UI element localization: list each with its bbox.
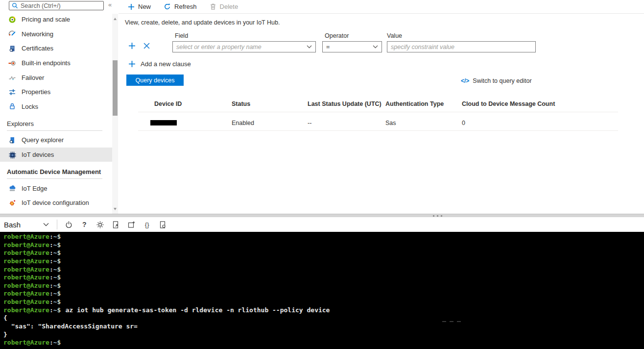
scroll-down-icon[interactable] bbox=[114, 208, 117, 210]
sidebar-item-built-in-endpoints[interactable]: Built-in endpoints bbox=[0, 56, 112, 71]
locks-icon bbox=[8, 102, 16, 110]
restart-shell-icon[interactable] bbox=[64, 220, 73, 229]
sidebar-item-label: IoT device configuration bbox=[22, 199, 89, 206]
failover-icon bbox=[8, 74, 16, 81]
sidebar-item-properties[interactable]: Properties bbox=[0, 85, 112, 100]
sidebar-item-label: Pricing and scale bbox=[22, 16, 70, 23]
cell-status: Enabled bbox=[232, 120, 254, 126]
terminal-output-line: "sas": "SharedAccessSignature sr= bbox=[3, 323, 644, 331]
sidebar-item-query-explorer[interactable]: Query explorer bbox=[0, 133, 112, 148]
terminal-prompt-line: robert@Azure:~$ bbox=[3, 233, 644, 241]
terminal-prompt-line: robert@Azure:~$ bbox=[3, 290, 644, 298]
sidebar-item-networking[interactable]: Networking bbox=[0, 27, 112, 42]
built-in-endpoints-icon bbox=[8, 59, 16, 67]
sas-output: "sas": "SharedAccessSignature sr= bbox=[3, 323, 138, 330]
clause-actions bbox=[128, 42, 150, 50]
terminal-prompt-line: robert@Azure:~$ bbox=[3, 257, 644, 266]
query-explorer-icon bbox=[8, 136, 16, 144]
sidebar-item-failover[interactable]: Failover bbox=[0, 70, 112, 85]
section-divider bbox=[7, 178, 102, 179]
table-row-divider bbox=[138, 130, 618, 131]
sidebar-nav: Pricing and scale Networking Certificate… bbox=[0, 12, 112, 214]
devices-toolbar: New Refresh Delete bbox=[119, 0, 644, 14]
web-preview-icon[interactable] bbox=[158, 220, 167, 229]
search-icon bbox=[12, 2, 18, 9]
cell-authentication-type: Sas bbox=[385, 120, 396, 126]
add-clause-plus-icon[interactable] bbox=[128, 42, 136, 50]
collapse-sidebar-icon[interactable]: « bbox=[108, 1, 112, 8]
section-divider bbox=[7, 130, 102, 131]
iot-devices-icon bbox=[8, 151, 16, 159]
terminal-prompt-line: robert@Azure:~$ bbox=[3, 241, 644, 249]
sidebar-scrollbar-thumb[interactable] bbox=[113, 60, 118, 116]
new-session-icon[interactable] bbox=[127, 220, 136, 229]
query-devices-button[interactable]: Query devices bbox=[126, 75, 184, 86]
settings-gear-icon[interactable] bbox=[95, 220, 104, 229]
iot-devices-pane: New Refresh Delete View, create, delete,… bbox=[119, 0, 644, 214]
plus-icon bbox=[128, 60, 136, 68]
add-new-clause-link[interactable]: Add a new clause bbox=[128, 60, 191, 68]
upload-download-files-icon[interactable] bbox=[111, 220, 120, 229]
delete-button-label: Delete bbox=[220, 3, 239, 10]
switch-to-query-editor-label: Switch to query editor bbox=[473, 77, 531, 84]
delete-button[interactable]: Delete bbox=[210, 3, 239, 10]
sidebar-item-iot-devices[interactable]: IoT devices bbox=[0, 148, 112, 162]
sidebar-item-label: IoT devices bbox=[22, 151, 54, 158]
search-placeholder: Search (Ctrl+/) bbox=[21, 2, 61, 9]
operator-dropdown[interactable]: = bbox=[322, 41, 382, 52]
sidebar-item-label: Locks bbox=[22, 103, 38, 110]
sidebar-item-label: Networking bbox=[22, 30, 53, 38]
terminal-command: az iot hub generate-sas-token -d rldevic… bbox=[65, 306, 330, 314]
help-icon[interactable]: ? bbox=[80, 220, 89, 229]
refresh-button[interactable]: Refresh bbox=[164, 3, 197, 10]
column-header-last-status-update: Last Status Update (UTC) bbox=[308, 100, 382, 107]
column-header-status: Status bbox=[232, 100, 250, 107]
cloud-shell-resize-handle[interactable] bbox=[0, 214, 644, 217]
chevron-down-icon bbox=[373, 45, 378, 49]
chevron-down-icon bbox=[307, 45, 312, 49]
value-input[interactable]: specify constraint value bbox=[387, 41, 536, 52]
sidebar-item-certificates[interactable]: Certificates bbox=[0, 41, 112, 56]
sidebar-scrollbar[interactable] bbox=[112, 14, 118, 214]
terminal-prompt-line: robert@Azure:~$ bbox=[3, 298, 644, 306]
search-input[interactable]: Search (Ctrl+/) bbox=[9, 1, 104, 10]
remove-clause-x-icon[interactable] bbox=[143, 43, 150, 49]
trash-icon bbox=[210, 3, 216, 10]
sidebar-item-iot-device-configuration[interactable]: IoT device configuration bbox=[0, 196, 112, 210]
column-header-c2d-message-count: Cloud to Device Message Count bbox=[462, 100, 555, 107]
sidebar-item-iot-edge[interactable]: IoT Edge bbox=[0, 181, 112, 196]
terminal-prompt-line: robert@Azure:~$ bbox=[3, 249, 644, 257]
operator-value: = bbox=[326, 44, 330, 50]
column-header-device-id: Device ID bbox=[154, 100, 182, 107]
refresh-icon bbox=[164, 3, 171, 10]
open-editor-icon[interactable]: {} bbox=[143, 220, 151, 229]
terminal-command-line: robert@Azure:~$az iot hub generate-sas-t… bbox=[3, 306, 644, 315]
redaction-artifact bbox=[442, 321, 461, 322]
cell-c2d-message-count: 0 bbox=[462, 120, 465, 126]
refresh-button-label: Refresh bbox=[174, 3, 197, 10]
sidebar-item-label: Built-in endpoints bbox=[22, 59, 71, 67]
field-dropdown[interactable]: select or enter a property name bbox=[172, 41, 316, 52]
field-placeholder: select or enter a property name bbox=[176, 44, 262, 50]
new-button[interactable]: New bbox=[128, 3, 151, 10]
sidebar-item-pricing-and-scale[interactable]: Pricing and scale bbox=[0, 12, 112, 27]
scroll-up-icon[interactable] bbox=[114, 18, 117, 20]
terminal-prompt-line: robert@Azure:~$ bbox=[3, 274, 644, 282]
sidebar-item-locks[interactable]: Locks bbox=[0, 100, 112, 114]
plus-icon bbox=[128, 3, 135, 10]
azure-portal-iot-hub-page: Search (Ctrl+/) « Pricing and scale Netw… bbox=[0, 0, 644, 349]
sidebar-item-label: Certificates bbox=[22, 45, 53, 52]
terminal-output-line: { bbox=[3, 314, 644, 323]
terminal-prompt-line: robert@Azure:~$ bbox=[3, 339, 644, 347]
column-header-authentication-type: Authentication Type bbox=[385, 100, 444, 107]
sidebar-section-automatic-device-management: Automatic Device Management bbox=[0, 162, 112, 177]
terminal-output-line: } bbox=[3, 331, 644, 339]
pricing-and-scale-icon bbox=[8, 16, 16, 24]
switch-to-query-editor-link[interactable]: </> Switch to query editor bbox=[461, 77, 532, 84]
shell-selector[interactable]: Bash bbox=[4, 221, 21, 229]
shell-selector-chevron-icon[interactable] bbox=[43, 223, 49, 226]
properties-icon bbox=[8, 88, 16, 96]
terminal-prompt-line: robert@Azure:~$ bbox=[3, 282, 644, 290]
value-placeholder: specify constraint value bbox=[391, 44, 454, 50]
cloud-shell-terminal[interactable]: robert@Azure:~$ robert@Azure:~$ robert@A… bbox=[0, 232, 644, 349]
